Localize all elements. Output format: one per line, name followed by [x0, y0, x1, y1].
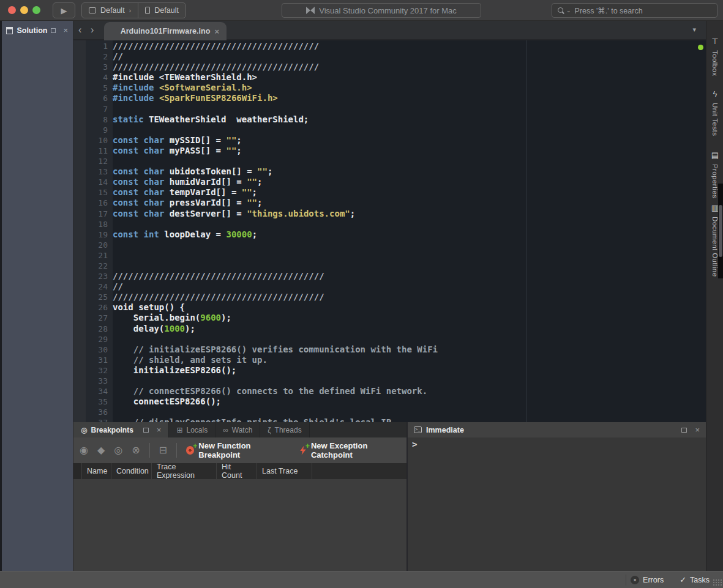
columns-icon[interactable]: ⊟ — [159, 445, 167, 455]
tab-list-dropdown-icon[interactable]: ▾ — [692, 26, 696, 34]
minimize-window-button[interactable] — [20, 6, 28, 14]
debug-tab-label: Watch — [232, 426, 253, 434]
configuration-selector: Default › Default — [81, 2, 186, 18]
navigate-forward-icon[interactable]: › — [91, 24, 94, 35]
column-header-last-trace[interactable]: Last Trace — [257, 463, 312, 479]
breakpoint-icon[interactable]: ◉ — [80, 445, 88, 455]
debug-tab-label: Locals — [187, 426, 208, 434]
immediate-pad-title: Immediate — [426, 426, 464, 434]
close-pad-icon[interactable]: × — [63, 28, 68, 34]
new-exception-catchpoint-button[interactable]: New Exception Catchpoint — [299, 441, 406, 460]
code-token — [138, 177, 143, 187]
column-header-hit-count[interactable]: Hit Count — [217, 463, 257, 479]
code-token: tempVarId[] = — [164, 187, 241, 198]
code-token: int — [144, 229, 159, 240]
close-window-button[interactable] — [8, 6, 16, 14]
new-function-breakpoint-label: New Function Breakpoint — [198, 441, 290, 460]
line-number: 1 — [73, 41, 113, 51]
tab-arduino101firmware[interactable]: Arduino101Firmware.ino × — [104, 22, 227, 40]
debug-tab-locals[interactable]: ⊞Locals — [169, 422, 215, 437]
code-token: char — [144, 198, 165, 208]
errors-icon: × — [631, 576, 639, 584]
tasks-button[interactable]: ✓ Tasks — [680, 575, 710, 584]
search-placeholder: Press '⌘.' to search — [575, 6, 643, 15]
debug-tab-watch[interactable]: ∞Watch — [215, 422, 260, 437]
disable-breakpoint-icon[interactable]: ◆ — [97, 445, 105, 455]
build-configuration-dropdown[interactable]: Default › — [82, 3, 138, 18]
line-number: 13 — [73, 166, 113, 177]
line-number: 24 — [73, 281, 113, 292]
immediate-pad: >_ Immediate × > — [408, 422, 706, 571]
code-token: "" — [226, 135, 236, 146]
code-token: 1000 — [164, 324, 185, 334]
code-token — [138, 209, 143, 219]
code-token: <SparkFunESP8266WiFi.h> — [159, 93, 278, 103]
code-token: char — [144, 135, 165, 146]
float-pad-icon[interactable] — [143, 428, 149, 433]
code-token: ); — [221, 313, 231, 323]
delete-breakpoint-icon[interactable]: ⊗ — [132, 445, 140, 455]
close-pad-icon[interactable]: × — [157, 427, 162, 433]
dock-tab-toolbox[interactable]: ⊤Toolbox — [706, 37, 723, 76]
analysis-status-icon[interactable] — [698, 45, 703, 50]
code-token: "things.ubidots.com" — [247, 209, 350, 219]
column-header-condition[interactable]: Condition — [111, 463, 152, 479]
column-header-name[interactable]: Name — [82, 463, 111, 479]
breakpoints-table-header: NameConditionTrace ExpressionHit CountLa… — [73, 463, 406, 479]
device-configuration-value: Default — [154, 6, 179, 15]
code-line: 22 — [73, 261, 438, 271]
debug-tab-threads[interactable]: ζThreads — [260, 422, 309, 437]
resize-grip[interactable] — [713, 579, 722, 587]
line-number: 27 — [73, 313, 113, 323]
run-button[interactable]: ▶ — [53, 2, 75, 18]
code-line: 16const char pressVarId[] = ""; — [73, 198, 438, 208]
immediate-pad-header: >_ Immediate × — [408, 422, 706, 437]
scrollbar-track[interactable] — [718, 184, 723, 278]
code-line: 33 — [73, 376, 438, 386]
code-token: "" — [226, 146, 236, 156]
code-line: 20 — [73, 240, 438, 250]
scrollbar-thumb[interactable] — [719, 205, 722, 257]
code-token: ; — [252, 229, 257, 240]
code-token: 9600 — [200, 313, 221, 323]
tab-label: Arduino101Firmware.ino — [121, 27, 211, 35]
navigate-back-icon[interactable]: ‹ — [78, 24, 81, 35]
code-token: // initializeESP8266() verifies communic… — [113, 344, 438, 355]
device-configuration-dropdown[interactable]: Default — [138, 3, 185, 18]
code-line: 31 // shield, and sets it up. — [73, 355, 438, 365]
line-number: 37 — [73, 417, 113, 422]
breakpoints-table-body[interactable] — [73, 479, 406, 571]
app-window: ▶ Default › Default Visual Studio Commun… — [0, 0, 723, 588]
solution-icon — [6, 27, 13, 34]
toolbar-separator — [149, 443, 150, 458]
debug-tab-breakpoints[interactable]: ◎Breakpoints× — [73, 422, 169, 437]
close-tab-icon[interactable]: × — [214, 27, 219, 36]
remove-all-breakpoints-icon[interactable]: ◎ — [114, 445, 122, 455]
debug-pad-tabs: ◎Breakpoints×⊞Locals∞WatchζThreads — [73, 422, 406, 437]
close-pad-icon[interactable]: × — [695, 427, 700, 433]
float-pad-icon[interactable] — [51, 28, 56, 33]
zoom-window-button[interactable] — [32, 6, 40, 14]
new-function-breakpoint-button[interactable]: New Function Breakpoint — [186, 441, 290, 460]
code-token: //////////////////////////////////////// — [113, 41, 319, 51]
watch-icon: ∞ — [223, 426, 228, 434]
code-line: 23//////////////////////////////////////… — [73, 271, 438, 281]
code-token: ; — [257, 177, 262, 187]
line-number: 2 — [73, 51, 113, 62]
breakpoints-pad: ◎Breakpoints×⊞Locals∞WatchζThreads ◉◆◎⊗ … — [73, 422, 406, 571]
line-number: 10 — [73, 135, 113, 146]
line-number: 31 — [73, 355, 113, 365]
float-pad-icon[interactable] — [681, 428, 687, 433]
dock-tab-unit-tests[interactable]: ϟUnit Tests — [706, 89, 723, 136]
immediate-console-input[interactable]: > — [408, 437, 706, 571]
code-line: 30 // initializeESP8266() verifies commu… — [73, 344, 438, 355]
code-token — [154, 83, 159, 93]
global-search-input[interactable]: ⌄ Press '⌘.' to search — [552, 3, 717, 18]
column-header-trace-expression[interactable]: Trace Expression — [152, 463, 217, 479]
errors-button[interactable]: × Errors — [631, 576, 664, 584]
code-editor[interactable]: 1///////////////////////////////////////… — [73, 40, 706, 422]
line-number: 9 — [73, 125, 113, 135]
window-title-area: Visual Studio Community 2017 for Mac — [282, 3, 481, 18]
code-line: 28 delay(1000); — [73, 324, 438, 334]
code-token: humidVarId[] = — [164, 177, 247, 187]
